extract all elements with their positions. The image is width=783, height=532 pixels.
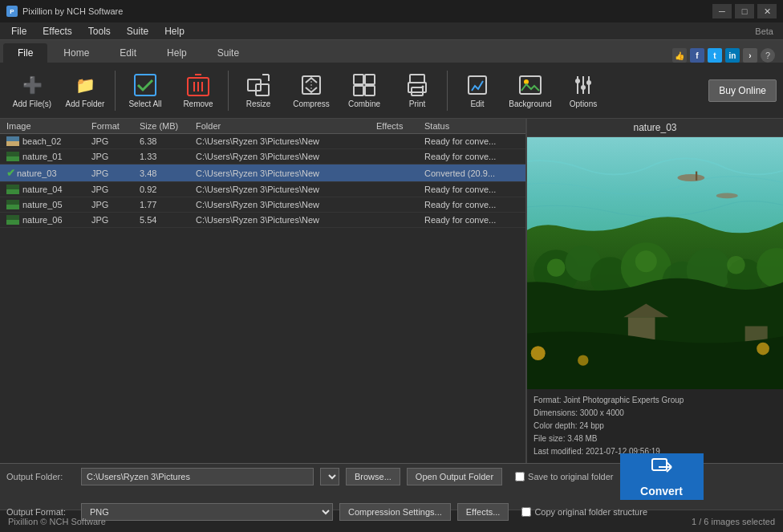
svg-rect-33 bbox=[6, 156, 19, 161]
table-row[interactable]: beach_02 JPG 6.38 C:\Users\Ryzen 3\Pictu… bbox=[0, 134, 525, 149]
file-name-cell: beach_02 bbox=[0, 136, 88, 146]
menu-file[interactable]: File bbox=[3, 24, 34, 39]
help-circle-icon[interactable]: ? bbox=[761, 48, 775, 63]
select-all-label: Select All bbox=[128, 99, 161, 108]
add-folder-label: Add Folder bbox=[66, 99, 105, 108]
tab-file[interactable]: File bbox=[3, 43, 47, 63]
folder-cell: C:\Users\Ryzen 3\Pictures\New bbox=[193, 136, 373, 146]
edit-button[interactable]: Edit bbox=[452, 67, 503, 115]
more-social-icon[interactable]: › bbox=[743, 48, 757, 63]
file-list-panel: Image Format Size (MB) Folder Effects St… bbox=[0, 119, 526, 463]
svg-point-54 bbox=[727, 256, 744, 274]
preview-file-size: File size: 3.48 MB bbox=[533, 433, 777, 445]
convert-button[interactable]: Convert bbox=[620, 453, 704, 500]
select-all-icon bbox=[132, 72, 158, 98]
buy-online-button[interactable]: Buy Online bbox=[708, 79, 777, 102]
twitter-icon[interactable]: t bbox=[708, 48, 722, 63]
svg-point-28 bbox=[581, 85, 586, 90]
select-all-button[interactable]: Select All bbox=[120, 67, 171, 115]
selection-text: 1 / 6 images selected bbox=[692, 517, 775, 526]
add-folder-button[interactable]: 📁 Add Folder bbox=[59, 67, 111, 115]
tab-home[interactable]: Home bbox=[49, 43, 103, 63]
print-label: Print bbox=[409, 99, 426, 108]
size-cell: 6.38 bbox=[136, 136, 193, 146]
background-label: Background bbox=[509, 99, 551, 108]
table-row[interactable]: nature_06 JPG 5.54 C:\Users\Ryzen 3\Pict… bbox=[0, 213, 525, 228]
linkedin-icon[interactable]: in bbox=[725, 48, 740, 63]
remove-button[interactable]: Remove bbox=[172, 67, 224, 115]
preview-title: nature_03 bbox=[527, 119, 783, 137]
copy-structure-label: Copy original folder structure bbox=[534, 507, 647, 517]
svg-point-53 bbox=[635, 250, 657, 272]
svg-point-29 bbox=[586, 80, 591, 85]
remove-label: Remove bbox=[183, 99, 213, 108]
convert-icon bbox=[651, 456, 673, 483]
convert-label: Convert bbox=[640, 485, 683, 497]
folder-cell: C:\Users\Ryzen 3\Pictures\New bbox=[193, 185, 373, 194]
table-row[interactable]: nature_05 JPG 1.77 C:\Users\Ryzen 3\Pict… bbox=[0, 197, 525, 213]
add-files-button[interactable]: ➕ Add File(s) bbox=[6, 67, 58, 115]
file-thumb-nature-04 bbox=[6, 185, 19, 194]
format-cell: JPG bbox=[88, 152, 136, 161]
svg-rect-17 bbox=[410, 75, 424, 83]
print-button[interactable]: Print bbox=[392, 67, 443, 115]
size-cell: 1.77 bbox=[136, 200, 193, 209]
svg-rect-35 bbox=[6, 189, 19, 194]
status-cell: Ready for conve... bbox=[421, 215, 525, 225]
table-row[interactable]: nature_04 JPG 0.92 C:\Users\Ryzen 3\Pict… bbox=[0, 182, 525, 197]
maximize-button[interactable]: □ bbox=[735, 4, 754, 18]
menu-effects[interactable]: Effects bbox=[34, 24, 79, 39]
copy-structure-checkbox[interactable] bbox=[521, 507, 531, 517]
facebook-icon[interactable]: f bbox=[690, 48, 704, 63]
output-folder-input[interactable] bbox=[81, 468, 314, 485]
title-left: P Pixillion by NCH Software bbox=[6, 6, 123, 17]
svg-point-43 bbox=[716, 193, 738, 199]
output-format-row: Output Format: PNG JPG BMP GIF TIFF WEBP… bbox=[6, 503, 777, 521]
combine-button[interactable]: Combine bbox=[339, 67, 390, 115]
tab-edit[interactable]: Edit bbox=[105, 43, 151, 63]
combine-label: Combine bbox=[348, 99, 380, 108]
close-button[interactable]: ✕ bbox=[757, 4, 777, 18]
file-thumb-nature-06 bbox=[6, 215, 19, 225]
resize-button[interactable]: Resize bbox=[233, 67, 284, 115]
format-cell: JPG bbox=[88, 169, 136, 178]
menu-help[interactable]: Help bbox=[156, 24, 193, 39]
add-files-icon: ➕ bbox=[19, 72, 45, 98]
table-row[interactable]: nature_01 JPG 1.33 C:\Users\Ryzen 3\Pict… bbox=[0, 149, 525, 164]
browse-button[interactable]: Browse... bbox=[346, 468, 400, 485]
menu-tools[interactable]: Tools bbox=[80, 24, 119, 39]
svg-point-60 bbox=[757, 343, 769, 355]
tab-help[interactable]: Help bbox=[152, 43, 201, 63]
copy-structure-checkbox-area: Copy original folder structure bbox=[521, 507, 647, 517]
options-button[interactable]: Options bbox=[558, 67, 609, 115]
output-format-select[interactable]: PNG JPG BMP GIF TIFF WEBP bbox=[81, 503, 333, 521]
output-folder-label: Output Folder: bbox=[6, 472, 75, 481]
svg-rect-16 bbox=[365, 86, 375, 95]
file-thumb-nature-01 bbox=[6, 152, 19, 161]
open-output-button[interactable]: Open Output Folder bbox=[407, 468, 502, 485]
svg-rect-61 bbox=[652, 459, 667, 470]
title-bar: P Pixillion by NCH Software ─ □ ✕ bbox=[0, 0, 783, 22]
preview-image bbox=[527, 137, 783, 389]
menu-bar: File Effects Tools Suite Help Beta bbox=[0, 22, 783, 40]
remove-icon bbox=[185, 72, 211, 98]
status-cell: Ready for conve... bbox=[421, 200, 525, 209]
save-original-checkbox[interactable] bbox=[515, 472, 525, 481]
preview-panel: nature_03 bbox=[526, 119, 783, 463]
minimize-button[interactable]: ─ bbox=[712, 4, 732, 18]
compression-settings-button[interactable]: Compression Settings... bbox=[339, 503, 451, 521]
svg-point-41 bbox=[678, 174, 705, 181]
table-row[interactable]: ✔ nature_03 JPG 3.48 C:\Users\Ryzen 3\Pi… bbox=[0, 164, 525, 182]
thumb-icon[interactable]: 👍 bbox=[672, 48, 687, 63]
ribbon-tabs: File Home Edit Help Suite 👍 f t in › ? bbox=[0, 40, 783, 63]
background-button[interactable]: Background bbox=[505, 67, 556, 115]
effects-button[interactable]: Effects... bbox=[457, 503, 509, 521]
col-header-folder: Folder bbox=[193, 121, 373, 131]
compress-button[interactable]: Compress bbox=[286, 67, 337, 115]
menu-suite[interactable]: Suite bbox=[119, 24, 156, 39]
output-folder-dropdown[interactable]: ▼ bbox=[320, 468, 339, 485]
table-header: Image Format Size (MB) Folder Effects St… bbox=[0, 119, 525, 134]
save-original-label: Save to original folder bbox=[528, 472, 613, 481]
copyright-text: Pixillion © NCH Software bbox=[8, 517, 106, 526]
tab-suite[interactable]: Suite bbox=[203, 43, 254, 63]
